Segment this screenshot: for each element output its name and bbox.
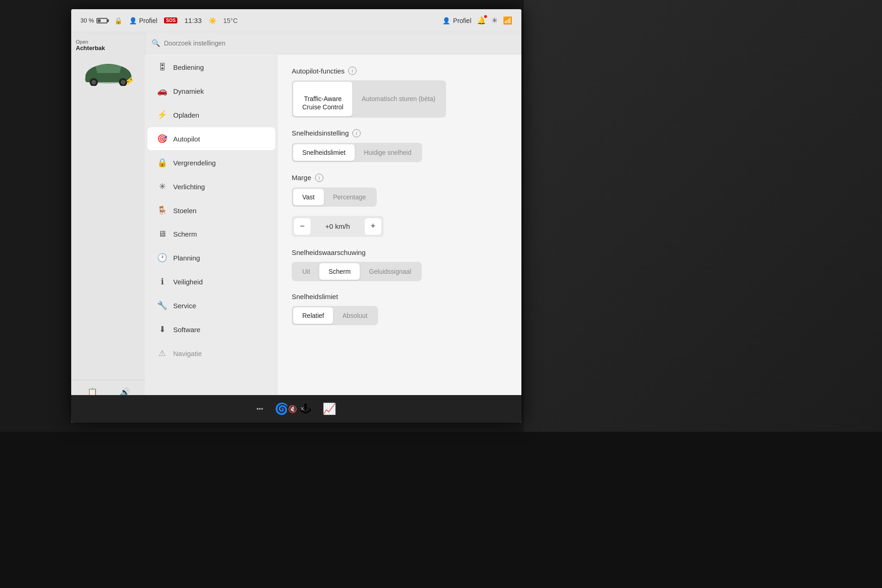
notification-bell[interactable]: 🔔 xyxy=(477,16,486,25)
nav-item-verlichting[interactable]: ✳ Verlichting xyxy=(147,175,275,198)
volume-control[interactable]: 🔇 ✕ xyxy=(288,405,305,413)
snelheidsinstelling-label: Snelheidsinstelling xyxy=(292,129,349,137)
nav-item-autopilot[interactable]: 🎯 Autopilot xyxy=(147,127,275,150)
absoluut-btn[interactable]: Absoluut xyxy=(333,307,376,324)
main-content: Autopilot-functies i Traffic-Aware Cruis… xyxy=(278,55,521,395)
speed-increment-btn[interactable]: + xyxy=(365,218,381,235)
snelheidslimiet-label: Snelheidslimiet xyxy=(302,149,345,156)
nav-item-stoelen[interactable]: 🪑 Stoelen xyxy=(147,199,275,222)
percentage-btn[interactable]: Percentage xyxy=(324,189,375,205)
snelheidswaarschuwing-title: Snelheidswaarschuwing xyxy=(292,249,508,256)
taskbar-chart-icon[interactable]: 📈 xyxy=(322,402,336,415)
volume-mute-icon[interactable]: 🔇 xyxy=(288,405,297,413)
profile-button[interactable]: 👤 Profiel xyxy=(129,17,158,24)
increment-icon: + xyxy=(371,221,376,231)
autopilot-functies-section: Autopilot-functies i Traffic-Aware Cruis… xyxy=(292,67,508,118)
weather-icon: ☀️ xyxy=(209,17,216,24)
battery-percentage: 30 % xyxy=(80,17,94,24)
profile-right-label: Profiel xyxy=(453,17,471,24)
person-icon: 👤 xyxy=(129,17,137,24)
status-bar: 30 % 🔒 👤 Profiel SOS 11:33 ☀️ 15°C 👤 Pro… xyxy=(71,9,521,32)
scherm-label: Scherm xyxy=(173,230,197,238)
nav-menu: 🎛 Bediening 🚗 Dynamiek ⚡ Opladen 🎯 Autop… xyxy=(145,55,278,395)
automatisch-sturen-label: Automatisch sturen (bèta) xyxy=(362,95,435,102)
stoelen-label: Stoelen xyxy=(173,207,197,215)
stoelen-icon: 🪑 xyxy=(157,205,168,215)
absoluut-label: Absoluut xyxy=(342,312,367,319)
svg-point-2 xyxy=(91,80,96,85)
taskbar-dots[interactable]: ••• xyxy=(256,405,263,413)
decrement-icon: − xyxy=(300,221,305,231)
planning-label: Planning xyxy=(173,254,200,262)
sidebar: Open Achterbak ⚡ xyxy=(71,32,146,423)
opladen-icon: ⚡ xyxy=(157,110,168,120)
speed-stepper: − +0 km/h + xyxy=(292,216,384,237)
open-trunk-button[interactable]: Open Achterbak xyxy=(76,39,141,51)
volume-x-icon[interactable]: ✕ xyxy=(300,406,305,412)
marge-info-icon[interactable]: i xyxy=(315,174,323,182)
nav-item-service[interactable]: 🔧 Service xyxy=(147,294,275,317)
traffic-aware-btn[interactable]: Traffic-Aware Cruise Control xyxy=(293,82,352,116)
huidige-snelheid-btn[interactable]: Huidige snelheid xyxy=(355,144,421,161)
snelheidsinstelling-section: Snelheidsinstelling i Snelheidslimiet Hu… xyxy=(292,129,508,162)
snelheidslimiet-section: Snelheidslimiet Relatief Absoluut xyxy=(292,293,508,325)
snelheidsinstelling-toggle: Snelheidslimiet Huidige snelheid xyxy=(292,143,422,162)
temperature: 15°C xyxy=(223,17,237,24)
veiligheid-icon: ℹ xyxy=(157,277,168,287)
nav-item-veiligheid[interactable]: ℹ Veiligheid xyxy=(147,270,275,293)
autopilot-functies-toggle: Traffic-Aware Cruise Control Automatisch… xyxy=(292,80,446,118)
search-bar[interactable]: 🔍 xyxy=(145,32,521,54)
navigatie-label: Navigatie xyxy=(173,350,202,357)
battery-indicator: 30 % xyxy=(80,17,107,24)
nav-item-bediening[interactable]: 🎛 Bediening xyxy=(147,56,275,79)
speed-value: +0 km/h xyxy=(311,222,365,230)
snelheidswaarschuwing-label: Snelheidswaarschuwing xyxy=(292,249,366,256)
speed-decrement-btn[interactable]: − xyxy=(294,218,311,235)
snelheidsinstelling-title: Snelheidsinstelling i xyxy=(292,129,508,137)
snelheidslimiet-toggle: Relatief Absoluut xyxy=(292,306,378,325)
relatief-label: Relatief xyxy=(302,312,324,319)
search-input[interactable] xyxy=(164,40,514,47)
geluidssignaal-label: Geluidssignaal xyxy=(369,268,411,275)
snelheidsinstelling-info-icon[interactable]: i xyxy=(352,129,361,137)
marge-section: Marge i Vast Percentage − +0 km/h + xyxy=(292,174,508,237)
geluidssignaal-btn[interactable]: Geluidssignaal xyxy=(360,263,420,280)
nav-item-scherm[interactable]: 🖥 Scherm xyxy=(147,223,275,245)
percentage-label: Percentage xyxy=(333,193,366,201)
bluetooth-icon[interactable]: ✳ xyxy=(492,16,498,25)
vergrendeling-icon: 🔒 xyxy=(157,158,168,168)
dynamiek-label: Dynamiek xyxy=(173,87,204,95)
bediening-label: Bediening xyxy=(173,63,204,71)
software-icon: ⬇ xyxy=(157,324,168,334)
taskbar-fan-icon[interactable]: 🌀 xyxy=(275,402,288,415)
marge-label: Marge xyxy=(292,174,311,181)
autopilot-functies-info-icon[interactable]: i xyxy=(348,67,356,75)
scherm-label: Scherm xyxy=(328,268,351,275)
automatisch-sturen-btn[interactable]: Automatisch sturen (bèta) xyxy=(352,82,444,116)
uit-label: Uit xyxy=(302,268,310,275)
top-right-controls: 👤 Profiel 🔔 ✳ 📶 xyxy=(442,16,512,25)
scherm-btn[interactable]: Scherm xyxy=(319,263,360,280)
nav-item-software[interactable]: ⬇ Software xyxy=(147,318,275,341)
car-area: Open Achterbak ⚡ xyxy=(71,32,145,97)
snelheidswaarschuwing-toggle: Uit Scherm Geluidssignaal xyxy=(292,262,422,281)
profile-label: Profiel xyxy=(139,17,158,24)
nav-item-opladen[interactable]: ⚡ Opladen xyxy=(147,103,275,126)
vast-label: Vast xyxy=(302,193,315,201)
snelheidslimiet-section-label: Snelheidslimiet xyxy=(292,293,338,300)
nav-item-vergrendeling[interactable]: 🔒 Vergrendeling xyxy=(147,151,275,174)
sos-badge[interactable]: SOS xyxy=(164,17,177,23)
autopilot-icon: 🎯 xyxy=(157,134,168,144)
nav-item-planning[interactable]: 🕐 Planning xyxy=(147,246,275,269)
person-icon-right: 👤 xyxy=(442,17,450,24)
nav-item-navigatie[interactable]: ⚠ Navigatie xyxy=(147,342,275,365)
snelheidslimiet-btn[interactable]: Snelheidslimiet xyxy=(293,144,355,161)
nav-item-dynamiek[interactable]: 🚗 Dynamiek xyxy=(147,79,275,102)
uit-btn[interactable]: Uit xyxy=(293,263,319,280)
profile-right[interactable]: 👤 Profiel xyxy=(442,17,471,24)
marge-toggle: Vast Percentage xyxy=(292,187,377,207)
relatief-btn[interactable]: Relatief xyxy=(293,307,333,324)
vast-btn[interactable]: Vast xyxy=(293,189,324,205)
service-label: Service xyxy=(173,302,196,310)
service-icon: 🔧 xyxy=(157,300,168,311)
